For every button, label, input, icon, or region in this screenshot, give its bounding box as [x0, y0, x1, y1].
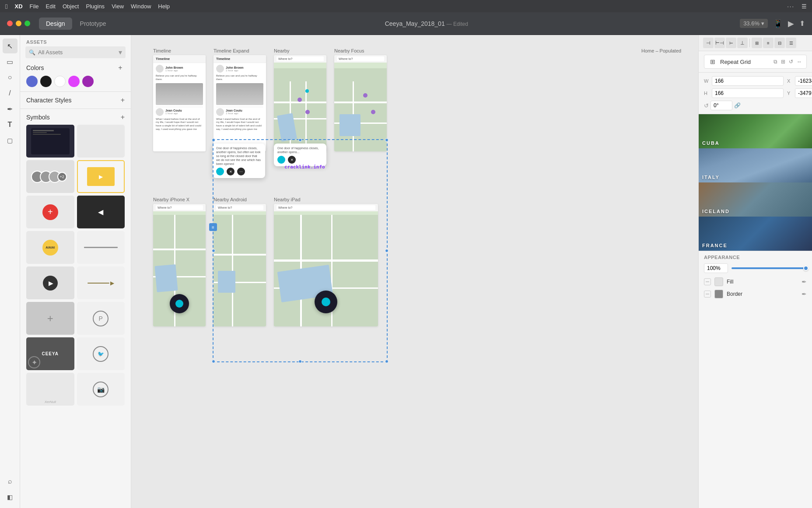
fill-eyedropper-icon[interactable]: ✒ — [802, 278, 807, 285]
menu-edit[interactable]: Edit — [46, 3, 56, 10]
device-preview-button[interactable]: 📱 — [773, 19, 783, 28]
menu-window[interactable]: Window — [131, 3, 151, 10]
symbol-item-twitter[interactable]: 🐦 — [77, 337, 125, 370]
border-color-swatch[interactable] — [714, 290, 723, 298]
symbol-item-dark-arrow[interactable]: ◀ — [77, 196, 125, 228]
symbol-item-instagram[interactable]: 📷 — [77, 373, 125, 406]
export-button[interactable]: ⬆ — [799, 19, 805, 28]
home-populated-section: Home – Populated — [641, 48, 694, 55]
symbol-item-yellow-border[interactable]: ▶ — [77, 160, 125, 193]
image-tile-cuba[interactable]: CUBA — [699, 114, 812, 148]
symbol-item-plus-large[interactable]: + — [26, 302, 74, 335]
color-swatch-purple[interactable] — [82, 76, 94, 87]
symbol-item-arrow[interactable]: ▶ — [77, 266, 125, 299]
rect-tool[interactable]: ▭ — [3, 54, 18, 69]
image-tile-italy[interactable]: ITALY — [699, 148, 812, 182]
search-dropdown-icon[interactable]: ▾ — [119, 48, 122, 56]
artboard-nearby-android[interactable]: Nearby Android Where to? — [214, 197, 266, 326]
tab-prototype[interactable]: Prototype — [73, 18, 113, 30]
align-right-icon[interactable]: ⊢ — [726, 38, 736, 48]
close-button[interactable] — [7, 21, 13, 26]
h-input[interactable] — [712, 88, 784, 98]
x-input[interactable] — [795, 76, 812, 86]
artboard-nearby-focus[interactable]: Nearby Focus Where to? — [334, 48, 387, 151]
artboard-tool[interactable]: ▢ — [3, 133, 18, 148]
border-toggle-off[interactable] — [704, 291, 711, 298]
zoom-tool[interactable]: ⌕ — [3, 474, 18, 489]
color-swatch-white[interactable] — [54, 76, 66, 87]
assets-search-input[interactable] — [38, 49, 116, 56]
rotate-icon[interactable]: ↺ — [789, 59, 793, 65]
menu-xd[interactable]: XD — [14, 3, 22, 10]
distribute-h-icon[interactable]: ⊞ — [752, 38, 762, 48]
menu-overflow[interactable]: ··· — [787, 3, 794, 10]
color-swatch-blue[interactable] — [26, 76, 38, 87]
color-swatch-pink[interactable] — [68, 76, 80, 87]
nearby-music-card-2[interactable]: One door of happiness closes, another op… — [274, 144, 326, 166]
menu-list-icon[interactable]: ☰ — [802, 3, 807, 10]
fill-color-swatch[interactable] — [714, 277, 723, 286]
border-eyedropper-icon[interactable]: ✒ — [802, 291, 807, 298]
opacity-slider[interactable] — [732, 267, 807, 269]
repeat-grid-label: Repeat Grid — [720, 59, 770, 65]
assets-panel: ASSETS 🔍 ▾ Colors + — [20, 35, 131, 508]
menu-view[interactable]: View — [112, 3, 124, 10]
tab-design[interactable]: Design — [39, 18, 72, 30]
distribute-v-icon[interactable]: ≡ — [763, 38, 774, 48]
menu-help[interactable]: Help — [158, 3, 170, 10]
text-tool[interactable]: T — [3, 117, 18, 132]
symbol-item-light-rect[interactable] — [77, 125, 125, 158]
symbol-item-yellow-circles[interactable]: AIAIAI — [26, 231, 74, 264]
zoom-control[interactable]: 33.6% ▾ — [740, 19, 768, 28]
layers-panel-toggle[interactable]: ◧ — [3, 490, 18, 504]
artboard-timeline[interactable]: Timeline Timeline John Brown 1 hour ago … — [153, 48, 206, 151]
repeat-grid-button[interactable]: ⊞ Repeat Grid ⧉ ⊞ ↺ ↔ — [704, 55, 807, 69]
symbol-item-xernull[interactable]: XerNull — [26, 373, 74, 406]
paste-icon[interactable]: ⊞ — [781, 59, 785, 65]
menu-plugins[interactable]: Plugins — [86, 3, 105, 10]
artboard-timeline-expand[interactable]: Timeline Expand Timeline John Brown 1 ho… — [214, 48, 266, 151]
add-symbol-button[interactable]: + — [121, 113, 125, 121]
align-center-h-icon[interactable]: ⊢⊣ — [714, 38, 725, 48]
distribute-icon-2[interactable]: ⊟ — [774, 38, 785, 48]
distribute-icon-3[interactable]: ☰ — [786, 38, 796, 48]
play-button[interactable]: ▶ — [788, 19, 794, 28]
add-color-button[interactable]: + — [116, 63, 125, 72]
copy-icon[interactable]: ⧉ — [774, 59, 777, 65]
y-input[interactable] — [795, 88, 812, 98]
symbol-item-ceeya[interactable]: CEEYA ✦ — [26, 337, 74, 370]
opacity-input[interactable] — [704, 263, 728, 273]
add-char-style-button[interactable]: + — [121, 96, 125, 104]
w-input[interactable] — [712, 76, 784, 86]
selection-left-handle[interactable]: ≡ — [209, 223, 217, 231]
symbol-item-red-plus[interactable]: + — [26, 196, 74, 228]
menu-object[interactable]: Object — [63, 3, 79, 10]
symbol-item-light-text[interactable] — [77, 231, 125, 264]
maximize-button[interactable] — [24, 21, 30, 26]
symbol-item-timeline[interactable] — [26, 125, 74, 158]
lock-aspect-icon[interactable]: 🔗 — [734, 102, 741, 109]
flip-icon[interactable]: ↔ — [797, 59, 802, 65]
image-tile-iceland[interactable]: ICELAND — [699, 182, 812, 217]
menu-file[interactable]: File — [30, 3, 39, 10]
line-tool[interactable]: / — [3, 86, 18, 101]
artboard-nearby[interactable]: Nearby Where to? — [274, 48, 326, 151]
nearby-music-card-1[interactable]: One door of happiness closes, another op… — [213, 144, 265, 178]
rotation-input[interactable] — [710, 101, 732, 110]
fill-toggle-off[interactable] — [704, 278, 711, 285]
align-left-icon[interactable]: ⊣ — [703, 38, 714, 48]
align-top-icon[interactable]: ⊣ — [737, 38, 748, 48]
symbol-item-avatars[interactable]: +2 — [26, 160, 74, 193]
select-tool[interactable]: ↖ — [3, 39, 18, 53]
artboard-nearby-ipad[interactable]: Nearby iPad Where to? — [274, 197, 378, 326]
artboard-timeline-label: Timeline — [153, 48, 206, 53]
symbol-item-play[interactable]: ▶ — [26, 266, 74, 299]
image-tile-france[interactable]: FRANCE — [699, 217, 812, 251]
ellipse-tool[interactable]: ○ — [3, 70, 18, 85]
artboard-nearby-iphone-x[interactable]: Nearby iPhone X Where to? — [153, 197, 206, 326]
minimize-button[interactable] — [16, 21, 21, 26]
pen-tool[interactable]: ✒ — [3, 102, 18, 116]
symbol-item-pinterest[interactable]: P — [77, 302, 125, 335]
apple-menu[interactable]:  — [5, 3, 7, 10]
color-swatch-black[interactable] — [40, 76, 52, 87]
